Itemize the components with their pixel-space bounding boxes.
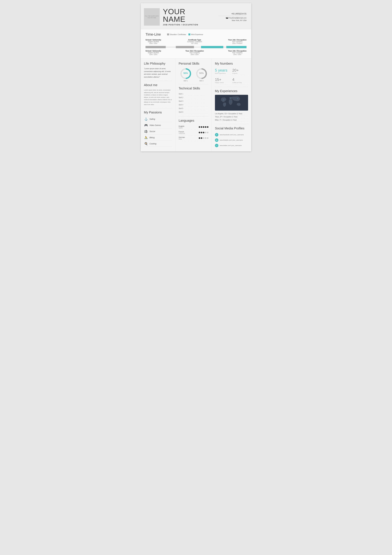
skills-circles: 50% Skill 1 50% Skill 2 xyxy=(179,67,208,82)
linkedin-icon: in xyxy=(215,139,218,142)
skill1-label: Skill 1 xyxy=(179,80,192,82)
life-philosophy-section: Life Philosophy “Lorem ipsum dolor sit a… xyxy=(144,62,172,78)
timeline-title: Time-Line xyxy=(145,32,161,37)
about-me-title: About me xyxy=(144,83,172,87)
about-me-section: About me Lorem ipsum dolor sit amet, con… xyxy=(144,83,172,106)
name-block: YOUR NAME JOB POSITION / OCCUPATION xyxy=(160,8,218,26)
divider-1 xyxy=(144,81,172,81)
number-clients: 15+ Happy Clients xyxy=(215,77,231,84)
avatar: FILL THE SHAPE WITH YOU PICTURE xyxy=(144,8,160,26)
linkedin-text: www.linkedin.com/ your_username xyxy=(220,139,243,141)
languages-section: Languages English Native xyxy=(179,119,208,141)
skill-circle-1: 50% Skill 1 xyxy=(179,67,192,82)
tech-skill-3: Skill 3 xyxy=(179,99,208,103)
lang-german-name: German xyxy=(179,136,185,138)
main-content: Life Philosophy “Lorem ipsum dolor sit a… xyxy=(141,58,251,151)
tl-seg-1 xyxy=(145,46,166,48)
number-projects-label: Projects xyxy=(232,73,248,74)
divider-4 xyxy=(179,116,208,117)
tl-seg-2 xyxy=(176,46,194,48)
right-column: My Numbers 5 years Work Experience 20+ P… xyxy=(212,58,251,151)
email-icon xyxy=(226,17,228,19)
divider-2 xyxy=(144,108,172,108)
personal-skills-title: Personal Skills xyxy=(179,62,208,66)
timeline-item-1: Certificate Type Compnay / Institution 0… xyxy=(187,39,202,44)
number-years: 5 years Work Experience xyxy=(215,67,231,75)
passion-videogames: 🎮 Video Games xyxy=(144,122,172,128)
number-coffee-label: Coffee per Day xyxy=(232,82,248,83)
dot xyxy=(205,137,207,139)
skill2-label: Skill 2 xyxy=(195,80,208,82)
donut-chart-2 xyxy=(195,67,208,80)
my-experiences-section: My Experiences xyxy=(215,89,248,122)
number-clients-value: 15+ xyxy=(215,77,231,82)
svg-point-6 xyxy=(230,98,231,98)
number-clients-label: Happy Clients xyxy=(215,82,231,83)
lang-french-name: French xyxy=(179,131,185,133)
number-projects: 20+ Projects xyxy=(232,67,248,75)
passions-section: My Passions ⚓ Sailing 🎮 Video Games ⚽ So… xyxy=(144,111,172,147)
header-section: FILL THE SHAPE WITH YOU PICTURE YOUR NAM… xyxy=(141,3,251,29)
dot xyxy=(199,126,200,128)
timeline-legend: Education / Certificates Work Experience xyxy=(167,34,203,35)
lang-english-level: Native xyxy=(179,127,184,129)
passion-label-biking: Biking xyxy=(150,137,155,139)
phone: +61 (403)214-31 xyxy=(218,13,247,16)
dot xyxy=(207,126,208,128)
passion-label-soccer: Soccer xyxy=(150,130,155,132)
number-years-value: 5 years xyxy=(215,68,231,73)
lang-french-dots xyxy=(199,132,208,133)
passion-label-videogames: Video Games xyxy=(150,124,161,126)
tech-skill-5: Skill 5 xyxy=(179,107,208,110)
timeline-item-0: School / University Subject Studied 20xx… xyxy=(145,39,161,44)
social-twitter: ✓ www.twitter.com/ your_username xyxy=(215,143,248,148)
svg-point-5 xyxy=(237,98,238,99)
life-philosophy-title: Life Philosophy xyxy=(144,62,172,66)
timeline-section: Time-Line Education / Certificates Work … xyxy=(141,29,251,58)
lang-german-dots xyxy=(199,137,208,139)
dot xyxy=(203,126,204,128)
tech-skill-6: Skill 6 xyxy=(179,110,208,114)
donut-chart-1 xyxy=(179,67,192,80)
left-column: Life Philosophy “Lorem ipsum dolor sit a… xyxy=(141,58,176,151)
lang-english-dots xyxy=(199,126,208,128)
about-me-text: Lorem ipsum dolor sit amet, consectetur … xyxy=(144,89,172,106)
lang-english-name: English xyxy=(179,125,184,127)
passions-title: My Passions xyxy=(144,111,172,114)
job-title: JOB POSITION / OCCUPATION xyxy=(163,24,215,26)
number-coffee-value: 4 xyxy=(232,77,248,82)
timeline-bottom-1: Your Job / Occupation Your Company 20xx … xyxy=(185,50,204,55)
passion-list: ⚓ Sailing 🎮 Video Games ⚽ Soccer 🚴 Bikin… xyxy=(144,116,172,147)
timeline-item-2: Your Job / Occupation Your Company 20xx … xyxy=(228,39,247,44)
experience-milan: Milan, IT > Occupation (1 Year) xyxy=(215,118,248,122)
experience-tokyo: Tokyo, JP > Occupation (1 Year) xyxy=(215,115,248,118)
tl-seg-4 xyxy=(226,46,247,48)
timeline-bottom-0: School / University Subject Studied 20xx… xyxy=(145,50,161,55)
dot xyxy=(199,137,200,139)
sailing-icon: ⚓ xyxy=(144,117,148,121)
dot xyxy=(207,137,208,139)
social-media-title: Social Media Profiles xyxy=(215,127,248,130)
dot xyxy=(201,137,202,139)
language-english: English Native xyxy=(179,124,208,130)
legend-education: Education / Certificates xyxy=(167,34,186,35)
number-years-label: Work Experience xyxy=(215,73,231,74)
dot xyxy=(203,137,204,139)
lang-german-level: Basic xyxy=(179,138,185,140)
number-coffee: 4 Coffee per Day xyxy=(232,77,248,84)
tech-skill-4: Skill 4 xyxy=(179,103,208,107)
timeline-top-row: School / University Subject Studied 20xx… xyxy=(145,39,247,44)
legend-work: Work Experience xyxy=(188,34,203,35)
biking-icon: 🚴 xyxy=(144,136,148,139)
timeline-header: Time-Line Education / Certificates Work … xyxy=(145,32,247,37)
tech-skill-2: Skill 2 xyxy=(179,96,208,99)
full-name: YOUR NAME xyxy=(163,8,215,23)
number-projects-value: 20+ xyxy=(232,68,248,73)
my-numbers-title: My Numbers xyxy=(215,62,248,66)
tl-seg-3 xyxy=(201,46,223,48)
language-french: French Advanced xyxy=(179,130,208,135)
legend-box-teal xyxy=(188,34,190,35)
experience-la: Los Angeles, CA > Occupation (1 Year) xyxy=(215,112,248,115)
technical-skills-section: Technical Skills Skill 1 Skill 2 Skill 3… xyxy=(179,87,208,114)
my-experiences-title: My Experiences xyxy=(215,89,248,93)
